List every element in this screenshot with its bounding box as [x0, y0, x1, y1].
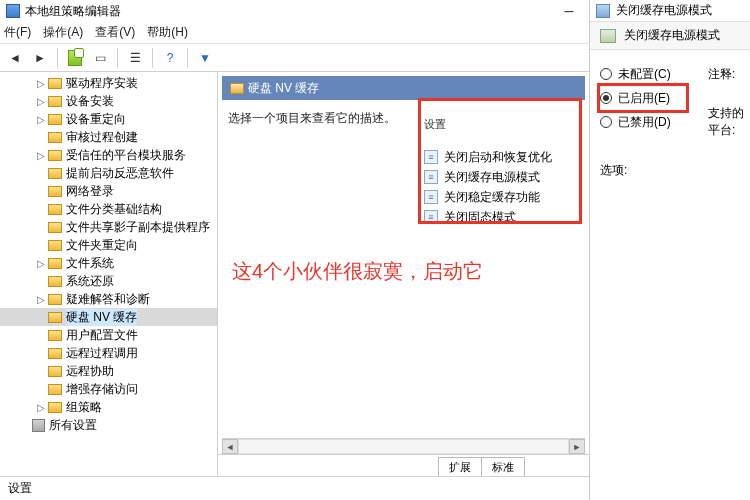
policy-item-label: 关闭缓存电源模式 [444, 169, 540, 186]
filter-button[interactable]: ▼ [194, 47, 216, 69]
folder-icon [48, 366, 62, 377]
folder-icon [48, 96, 62, 107]
content-header: 硬盘 NV 缓存 [222, 76, 585, 100]
policy-item[interactable]: ≡关闭固态模式 [224, 207, 583, 227]
tree-item[interactable]: 审核过程创建 [0, 128, 217, 146]
scroll-right-button[interactable]: ► [569, 439, 585, 454]
tree-item[interactable]: ▷疑难解答和诊断 [0, 290, 217, 308]
policy-item-label: 关闭启动和恢复优化 [444, 149, 552, 166]
folder-icon [48, 402, 62, 413]
radio-unconfigured-label: 未配置(C) [618, 66, 671, 83]
menu-view[interactable]: 查看(V) [95, 24, 135, 41]
tree-item-label: 文件夹重定向 [66, 237, 138, 254]
radio-disabled-row[interactable]: 已禁用(D) 支持的平台: [600, 110, 740, 134]
status-bar: 设置 [0, 476, 589, 500]
back-button[interactable]: ◄ [4, 47, 26, 69]
folder-icon [48, 222, 62, 233]
toolbar-separator [152, 48, 153, 68]
expand-icon[interactable]: ▷ [36, 78, 46, 89]
tree-item-label: 增强存储访问 [66, 381, 138, 398]
folder-icon [48, 312, 62, 323]
tree-item-label: 受信任的平台模块服务 [66, 147, 186, 164]
minimize-button[interactable]: – [555, 4, 583, 18]
radio-enabled[interactable] [600, 92, 612, 104]
radio-disabled[interactable] [600, 116, 612, 128]
policy-item[interactable]: ≡关闭缓存电源模式 [224, 167, 583, 187]
folder-icon [48, 114, 62, 125]
folder-icon [48, 240, 62, 251]
expand-icon[interactable]: ▷ [36, 114, 46, 125]
policy-item[interactable]: ≡关闭启动和恢复优化 [224, 147, 583, 167]
tree-item[interactable]: 远程过程调用 [0, 344, 217, 362]
forward-button[interactable]: ► [29, 47, 51, 69]
expand-icon[interactable]: ▷ [36, 150, 46, 161]
tree-item[interactable]: ▷设备安装 [0, 92, 217, 110]
settings-icon [32, 419, 45, 432]
window-titlebar: 本地组策略编辑器 – [0, 0, 589, 22]
platform-label: 支持的平台: [708, 105, 750, 139]
expand-icon[interactable]: ▷ [36, 402, 46, 413]
annotation-text: 这4个小伙伴很寂寞，启动它 [232, 258, 483, 285]
scroll-left-button[interactable]: ◄ [222, 439, 238, 454]
view-tabs: 扩展 标准 [218, 454, 589, 476]
policy-icon [600, 29, 616, 43]
tree-item-label: 远程过程调用 [66, 345, 138, 362]
help-button[interactable]: ? [159, 47, 181, 69]
tree-item[interactable]: 文件分类基础结构 [0, 200, 217, 218]
tree-item[interactable]: 增强存储访问 [0, 380, 217, 398]
policy-icon: ≡ [424, 150, 438, 164]
expand-icon[interactable]: ▷ [36, 294, 46, 305]
policy-icon: ≡ [424, 190, 438, 204]
tree-item[interactable]: 硬盘 NV 缓存 [0, 308, 217, 326]
settings-subtitle: 关闭缓存电源模式 [624, 27, 720, 44]
tree-item-label: 文件共享影子副本提供程序 [66, 219, 210, 236]
tab-extended[interactable]: 扩展 [438, 457, 482, 476]
tree-item[interactable]: 文件共享影子副本提供程序 [0, 218, 217, 236]
tree-item-label: 设备安装 [66, 93, 114, 110]
tree-item-all-settings[interactable]: 所有设置 [0, 416, 217, 434]
scroll-track[interactable] [238, 439, 569, 454]
properties-button[interactable]: ☰ [124, 47, 146, 69]
policy-icon: ≡ [424, 210, 438, 224]
radio-disabled-label: 已禁用(D) [618, 114, 671, 131]
tree-item[interactable]: ▷组策略 [0, 398, 217, 416]
show-hide-button[interactable]: ▭ [89, 47, 111, 69]
comment-label: 注释: [708, 66, 735, 83]
tree-item[interactable]: ▷文件系统 [0, 254, 217, 272]
tree-item[interactable]: 用户配置文件 [0, 326, 217, 344]
tree-item[interactable]: ▷驱动程序安装 [0, 74, 217, 92]
options-label: 选项: [600, 162, 740, 179]
folder-icon [48, 348, 62, 359]
policy-icon: ≡ [424, 170, 438, 184]
toolbar-separator [57, 48, 58, 68]
radio-unconfigured[interactable] [600, 68, 612, 80]
horizontal-scrollbar[interactable]: ◄ ► [222, 438, 585, 454]
tree-item[interactable]: 网络登录 [0, 182, 217, 200]
radio-unconfigured-row[interactable]: 未配置(C) 注释: [600, 62, 740, 86]
expand-icon[interactable]: ▷ [36, 258, 46, 269]
menu-help[interactable]: 帮助(H) [147, 24, 188, 41]
window-title: 本地组策略编辑器 [25, 3, 555, 20]
folder-icon [48, 384, 62, 395]
policy-item[interactable]: ≡关闭稳定缓存功能 [224, 187, 583, 207]
settings-subheader: 关闭缓存电源模式 [590, 22, 750, 50]
tree-item[interactable]: 文件夹重定向 [0, 236, 217, 254]
radio-enabled-label: 已启用(E) [618, 90, 670, 107]
settings-panel: 关闭缓存电源模式 关闭缓存电源模式 未配置(C) 注释: 已启用(E) 已禁用(… [590, 0, 750, 500]
menu-file[interactable]: 件(F) [4, 24, 31, 41]
radio-enabled-row[interactable]: 已启用(E) [600, 86, 686, 110]
folder-icon [48, 294, 62, 305]
tree-item[interactable]: 提前启动反恶意软件 [0, 164, 217, 182]
expand-icon[interactable]: ▷ [36, 96, 46, 107]
tree-item[interactable]: 系统还原 [0, 272, 217, 290]
tree-item[interactable]: ▷受信任的平台模块服务 [0, 146, 217, 164]
menu-action[interactable]: 操作(A) [43, 24, 83, 41]
instruction-text: 选择一个项目来查看它的描述。 [218, 100, 589, 127]
tree-item[interactable]: 远程协助 [0, 362, 217, 380]
tree-item[interactable]: ▷设备重定向 [0, 110, 217, 128]
up-button[interactable] [64, 47, 86, 69]
settings-titlebar: 关闭缓存电源模式 [590, 0, 750, 22]
toolbar-separator [187, 48, 188, 68]
tree-panel[interactable]: ▷驱动程序安装▷设备安装▷设备重定向审核过程创建▷受信任的平台模块服务提前启动反… [0, 72, 218, 476]
tab-standard[interactable]: 标准 [481, 457, 525, 476]
